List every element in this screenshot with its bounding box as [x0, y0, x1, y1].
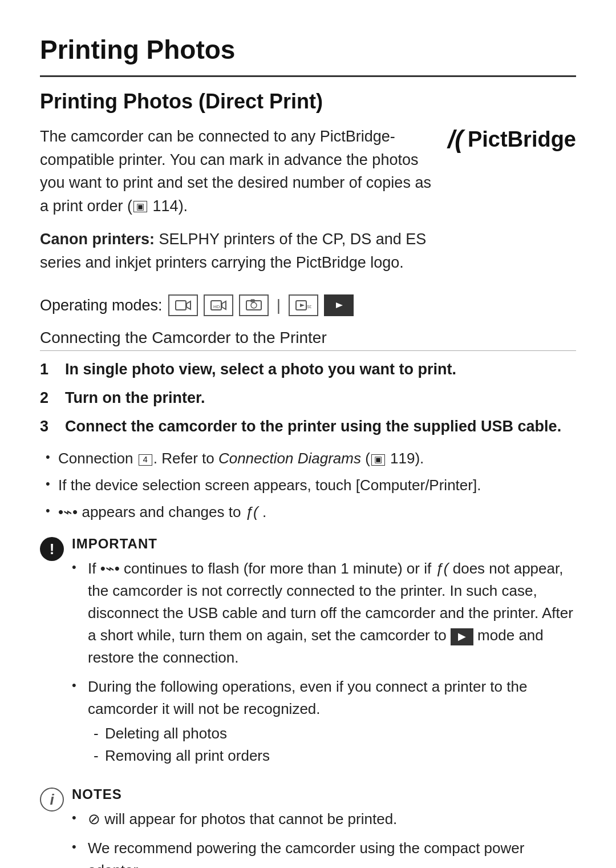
- svg-marker-1: [187, 301, 191, 309]
- ref-icon-119: ▣: [371, 454, 385, 466]
- intro-para1: The camcorder can be connected to any Pi…: [40, 125, 433, 217]
- svg-text:SD: SD: [307, 305, 311, 309]
- pictbridge-sym-2: ƒ(: [435, 560, 448, 577]
- step-3: 3 Connect the camcorder to the printer u…: [40, 416, 576, 438]
- step-2: 2 Turn on the printer.: [40, 387, 576, 409]
- pictbridge-text: PictBridge: [468, 127, 576, 152]
- operating-modes-row: Operating modes: HD | SD: [40, 294, 576, 316]
- step3-bullets: Connection 4. Refer to Connection Diagra…: [46, 447, 576, 523]
- sub-item-delete-photos: Deleting all photos: [94, 722, 576, 745]
- mode-icon-playback: [324, 294, 354, 316]
- important-bullet-2: During the following operations, even if…: [72, 676, 576, 767]
- step-3-text: Connect the camcorder to the printer usi…: [65, 416, 561, 438]
- pictbridge-symbol: ƒ(: [245, 503, 258, 520]
- ref-icon-114: ▣: [133, 201, 147, 212]
- step-1-num: 1: [40, 359, 56, 381]
- operating-modes-label: Operating modes:: [40, 297, 163, 314]
- step-1-text: In single photo view, select a photo you…: [65, 359, 456, 381]
- svg-point-6: [251, 302, 257, 308]
- mode-icon-hd: HD: [204, 294, 233, 316]
- step3-bullet-2: If the device selection screen appears, …: [46, 474, 576, 496]
- important-sub-list: Deleting all photos Removing all print o…: [94, 722, 576, 767]
- pictbridge-logo-col: /( PictBridge: [451, 125, 576, 154]
- svg-rect-0: [176, 301, 186, 310]
- page-title: Printing Photos: [40, 34, 576, 65]
- playback-mode-badge: ▶: [451, 628, 473, 645]
- subsection-connecting: Connecting the Camcorder to the Printer: [40, 329, 576, 351]
- step3-bullet-3: •⌁• appears and changes to ƒ( .: [46, 501, 576, 523]
- notes-bullet-2: We recommend powering the camcorder usin…: [72, 837, 576, 868]
- step-3-num: 3: [40, 416, 56, 438]
- step-2-num: 2: [40, 387, 56, 409]
- intro-para2: Canon printers: SELPHY printers of the C…: [40, 228, 433, 274]
- step3-bullet-1: Connection 4. Refer to Connection Diagra…: [46, 447, 576, 470]
- important-content: If •⌁• continues to flash (for more than…: [72, 558, 576, 767]
- pictbridge-logo: /( PictBridge: [448, 125, 576, 154]
- notes-bullets: ⊘ will appear for photos that cannot be …: [72, 808, 576, 868]
- mode-icon-playback-sd: SD: [289, 294, 318, 316]
- pictbridge-icon: /(: [448, 125, 463, 154]
- notes-label: NOTES: [72, 786, 576, 802]
- step-2-text: Turn on the printer.: [65, 387, 205, 409]
- important-content-block: IMPORTANT If •⌁• continues to flash (for…: [72, 536, 576, 774]
- sub-item-remove-orders: Removing all print orders: [94, 745, 576, 767]
- notes-icon: i: [40, 788, 64, 812]
- step-1: 1 In single photo view, select a photo y…: [40, 359, 576, 381]
- intro-block: The camcorder can be connected to any Pi…: [40, 125, 576, 284]
- top-rule: [40, 75, 576, 77]
- notes-content-block: NOTES ⊘ will appear for photos that cann…: [72, 786, 576, 868]
- no-print-icon: ⊘: [88, 810, 100, 827]
- connection-diagrams-ref: Connection Diagrams: [218, 450, 361, 467]
- important-bullet-1: If •⌁• continues to flash (for more than…: [72, 558, 576, 669]
- important-icon: !: [40, 537, 64, 561]
- canon-printers-label: Canon printers:: [40, 231, 155, 248]
- svg-marker-3: [222, 301, 226, 309]
- important-label: IMPORTANT: [72, 536, 576, 552]
- notes-bullet-1: ⊘ will appear for photos that cannot be …: [72, 808, 576, 830]
- mode-icon-movie: [168, 294, 198, 316]
- mode-separator: |: [277, 296, 281, 314]
- mode-icon-photo: [239, 294, 269, 316]
- important-bullets: If •⌁• continues to flash (for more than…: [72, 558, 576, 767]
- steps-list: 1 In single photo view, select a photo y…: [40, 359, 576, 437]
- section-title: Printing Photos (Direct Print): [40, 90, 576, 114]
- svg-text:HD: HD: [213, 304, 220, 309]
- notes-box: i NOTES ⊘ will appear for photos that ca…: [40, 786, 576, 868]
- svg-marker-9: [300, 304, 305, 307]
- intro-text-col: The camcorder can be connected to any Pi…: [40, 125, 433, 284]
- ref-icon-4: 4: [139, 454, 152, 466]
- important-box: ! IMPORTANT If •⌁• continues to flash (f…: [40, 536, 576, 774]
